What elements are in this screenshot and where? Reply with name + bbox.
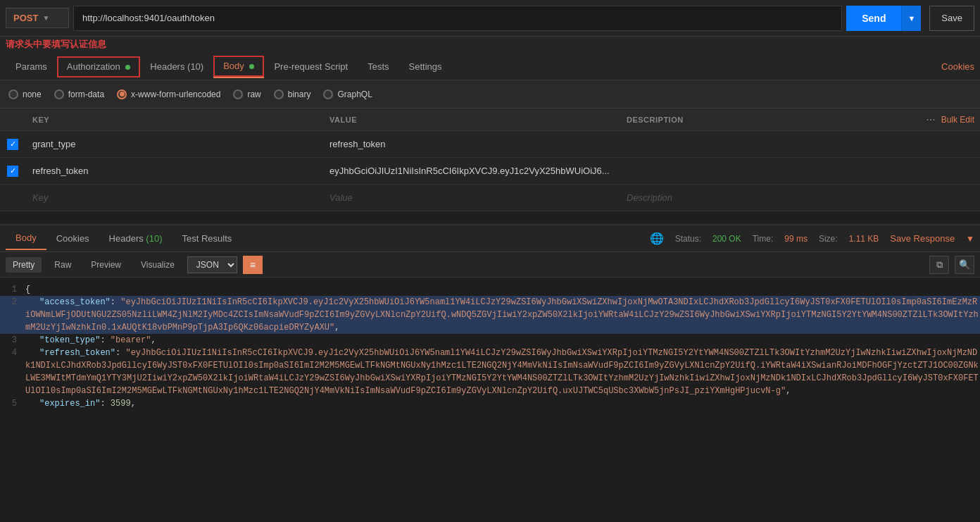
radio-binary-icon xyxy=(274,89,284,99)
tab-headers[interactable]: Headers (10) xyxy=(140,56,213,77)
row1-check-cell: ✓ xyxy=(0,139,25,150)
save-button[interactable]: Save xyxy=(929,6,974,31)
format-tab-preview[interactable]: Preview xyxy=(84,257,128,273)
radio-raw-icon xyxy=(233,89,243,99)
response-status-bar: 🌐 Status: 200 OK Time: 99 ms Size: 1.11 … xyxy=(650,232,974,245)
tab-pre-request-label: Pre-request Script xyxy=(274,61,348,72)
table-row: ✓ grant_type refresh_token xyxy=(0,131,980,158)
code-action-buttons: ⧉ 🔍 xyxy=(929,256,974,274)
radio-none-icon xyxy=(8,89,18,99)
tab-settings[interactable]: Settings xyxy=(399,56,452,77)
authorization-dot xyxy=(125,65,130,70)
code-line-1: 1 { xyxy=(0,283,980,296)
tab-body-label: Body xyxy=(223,61,244,71)
save-response-button[interactable]: Save Response xyxy=(890,233,955,244)
tab-tests-label: Tests xyxy=(367,61,389,72)
format-tab-visualize[interactable]: Visualize xyxy=(134,257,182,273)
line-content-2: "access_token": "eyJhbGciOiJIUzI1NiIsInR… xyxy=(25,296,980,334)
tab-body[interactable]: Body xyxy=(213,55,264,78)
table-empty-row: Key Value Description xyxy=(0,185,980,211)
line-content-3: "token_type": "bearer", xyxy=(25,334,980,347)
line-num-5: 5 xyxy=(0,397,25,410)
save-response-arrow[interactable]: ▼ xyxy=(966,234,974,244)
row1-key: grant_type xyxy=(25,133,322,155)
tab-params[interactable]: Params xyxy=(6,56,57,77)
format-tab-pretty[interactable]: Pretty xyxy=(6,257,42,273)
status-label: Status: xyxy=(675,234,701,244)
option-graphql-label: GraphQL xyxy=(337,89,372,99)
wrap-button[interactable]: ≡ xyxy=(243,256,263,274)
top-bar: POST ▼ Send ▼ Save xyxy=(0,0,980,37)
code-line-5: 5 "expires_in": 3599, xyxy=(0,397,980,410)
col-actions-header: ··· Bulk Edit xyxy=(917,113,980,126)
tab-authorization[interactable]: Authorization xyxy=(57,56,141,77)
format-options-bar: Pretty Raw Preview Visualize JSON XML HT… xyxy=(0,252,980,278)
params-table: KEY VALUE DESCRIPTION ··· Bulk Edit ✓ gr… xyxy=(0,108,980,211)
url-input[interactable] xyxy=(73,6,842,31)
row2-check-cell: ✓ xyxy=(0,166,25,177)
send-dropdown-button[interactable]: ▼ xyxy=(901,6,921,31)
option-raw[interactable]: raw xyxy=(233,89,260,99)
col-key-header: KEY xyxy=(25,116,322,124)
code-line-3: 3 "token_type": "bearer", xyxy=(0,334,980,347)
resp-tab-body[interactable]: Body xyxy=(6,227,46,250)
radio-urlencoded-icon xyxy=(117,89,127,99)
option-raw-label: raw xyxy=(247,89,260,99)
globe-icon: 🌐 xyxy=(650,232,664,245)
response-section: Body Cookies Headers (10) Test Results 🌐… xyxy=(0,224,980,416)
body-dot xyxy=(249,64,254,69)
format-tab-raw[interactable]: Raw xyxy=(47,257,78,273)
code-line-4: 4 "refresh_token": "eyJhbGciOiJIUzI1NiIs… xyxy=(0,347,980,397)
code-line-2: 2 "access_token": "eyJhbGciOiJIUzI1NiIsI… xyxy=(0,296,980,334)
row1-description xyxy=(620,139,917,150)
tab-pre-request[interactable]: Pre-request Script xyxy=(264,56,358,77)
size-value: 1.11 KB xyxy=(849,234,879,244)
tab-tests[interactable]: Tests xyxy=(358,56,398,77)
line-num-1: 1 xyxy=(0,283,25,296)
method-label: POST xyxy=(13,13,38,23)
option-binary[interactable]: binary xyxy=(274,89,311,99)
row2-value: eyJhbGciOiJIUzI1NiIsInR5cCI6IkpXVCJ9.eyJ… xyxy=(322,160,620,182)
line-content-5: "expires_in": 3599, xyxy=(25,397,980,410)
option-form-data[interactable]: form-data xyxy=(54,89,104,99)
resp-tab-cookies[interactable]: Cookies xyxy=(46,228,99,249)
request-tab-bar: Params Authorization Headers (10) Body P… xyxy=(0,54,980,80)
time-value: 99 ms xyxy=(784,234,808,244)
status-value: 200 OK xyxy=(712,234,741,244)
empty-key: Key xyxy=(25,187,322,209)
method-chevron-icon: ▼ xyxy=(42,14,49,22)
method-select[interactable]: POST ▼ xyxy=(6,8,69,28)
cookies-link[interactable]: Cookies xyxy=(941,61,974,72)
option-none[interactable]: none xyxy=(8,89,42,99)
row2-key: refresh_token xyxy=(25,160,322,182)
resp-tab-test-results[interactable]: Test Results xyxy=(172,228,241,249)
copy-button[interactable]: ⧉ xyxy=(929,256,949,274)
line-num-3: 3 xyxy=(0,334,25,347)
option-form-data-label: form-data xyxy=(68,89,104,99)
send-btn-group: Send ▼ xyxy=(846,6,921,31)
time-label: Time: xyxy=(753,234,774,244)
empty-value: Value xyxy=(322,187,620,209)
col-value-header: VALUE xyxy=(322,116,620,124)
search-button[interactable]: 🔍 xyxy=(955,256,974,274)
resp-tab-headers[interactable]: Headers (10) xyxy=(99,228,172,249)
body-options-bar: none form-data x-www-form-urlencoded raw… xyxy=(0,80,980,108)
more-options-button[interactable]: ··· xyxy=(926,113,935,126)
bulk-edit-button[interactable]: Bulk Edit xyxy=(941,115,974,125)
option-graphql[interactable]: GraphQL xyxy=(323,89,372,99)
line-num-2: 2 xyxy=(0,296,25,334)
tab-authorization-label: Authorization xyxy=(67,61,120,72)
tab-settings-label: Settings xyxy=(409,61,442,72)
empty-description: Description xyxy=(620,187,917,209)
line-content-4: "refresh_token": "eyJhbGciOiJIUzI1NiIsIn… xyxy=(25,347,980,397)
tab-headers-label: Headers (10) xyxy=(150,61,203,72)
send-button[interactable]: Send xyxy=(846,6,901,31)
row1-value: refresh_token xyxy=(322,133,620,155)
format-select[interactable]: JSON XML HTML Text xyxy=(187,256,237,273)
col-desc-header: DESCRIPTION xyxy=(620,116,917,124)
annotation-text: 请求头中要填写认证信息 xyxy=(6,39,106,49)
row1-checkbox[interactable]: ✓ xyxy=(7,139,18,150)
radio-form-data-icon xyxy=(54,89,64,99)
row2-checkbox[interactable]: ✓ xyxy=(7,166,18,177)
option-urlencoded[interactable]: x-www-form-urlencoded xyxy=(117,89,220,99)
